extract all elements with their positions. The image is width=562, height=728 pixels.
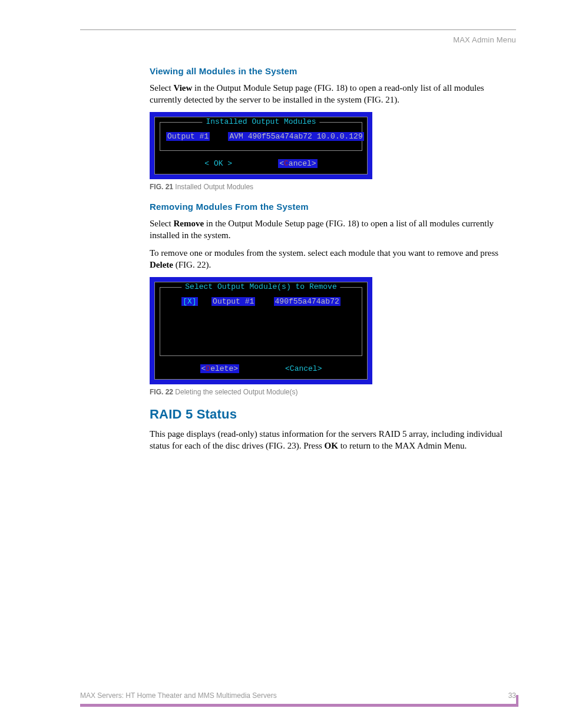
text: in the Output Module Setup page (FIG. 18… xyxy=(150,83,484,104)
heading-raid-5-status: RAID 5 Status xyxy=(150,407,515,422)
text-bold: OK xyxy=(325,441,338,450)
paragraph: This page displays (read-only) status in… xyxy=(150,428,515,452)
text: to return to the MAX Admin Menu. xyxy=(338,441,467,450)
text: elete> xyxy=(210,364,238,373)
dialog-buttons: <Delete> <Cancel> xyxy=(155,361,367,379)
dialog-title: Installed Output Modules xyxy=(202,117,319,126)
figure-22-terminal: Select Output Module(s) to Remove [X] Ou… xyxy=(150,277,372,384)
spacer xyxy=(244,364,280,373)
heading-view-all: Viewing all Modules in the System xyxy=(150,66,515,76)
spacer xyxy=(202,297,207,306)
text: (FIG. 22). xyxy=(173,260,211,269)
module-row: Output #1 AVM 490f55a474ab72 10.0.0.129 xyxy=(166,132,356,141)
module-value: AVM 490f55a474ab72 10.0.0.129 xyxy=(228,132,363,141)
text: Select xyxy=(150,219,173,228)
dialog-title: Select Output Module(s) to Remove xyxy=(181,282,340,291)
hotkey-letter: D xyxy=(206,364,210,373)
terminal-inner: Select Output Module(s) to Remove [X] Ou… xyxy=(154,282,368,380)
caption-text: Deleting the selected Output Module(s) xyxy=(173,388,297,396)
text: ancel> xyxy=(289,159,316,168)
spacer xyxy=(214,132,224,141)
figure-21-terminal: Installed Output Modules Output #1 AVM 4… xyxy=(150,112,372,179)
paragraph: Select Remove in the Output Module Setup… xyxy=(150,218,515,242)
terminal-inner: Installed Output Modules Output #1 AVM 4… xyxy=(154,117,368,174)
text: Select xyxy=(150,83,173,93)
footer-rule xyxy=(80,704,516,707)
figure-21-caption: FIG. 21 Installed Output Modules xyxy=(150,183,515,191)
ok-button[interactable]: < OK > xyxy=(204,159,232,168)
text: To remove one or modules from the system… xyxy=(150,248,498,258)
footer-accent xyxy=(516,695,518,707)
checkbox-mark[interactable]: [X] xyxy=(181,297,197,306)
document-page: MAX Admin Menu Viewing all Modules in th… xyxy=(0,0,562,728)
text-bold: View xyxy=(173,83,192,93)
spacer xyxy=(237,159,273,168)
header-section-title: MAX Admin Menu xyxy=(453,35,516,44)
footer-title: MAX Servers: HT Home Theater and MMS Mul… xyxy=(80,691,277,700)
cancel-button[interactable]: <Cancel> xyxy=(285,364,322,373)
caption-text: Installed Output Modules xyxy=(173,183,253,191)
dialog-buttons: < OK > <Cancel> xyxy=(155,156,367,174)
heading-removing: Removing Modules From the System xyxy=(150,202,515,212)
module-label: Output #1 xyxy=(166,132,210,141)
dialog-select-modules-remove: Select Output Module(s) to Remove [X] Ou… xyxy=(160,287,362,356)
page-content: Viewing all Modules in the System Select… xyxy=(150,66,515,457)
caption-label: FIG. 21 xyxy=(150,183,173,191)
cancel-button[interactable]: <Cancel> xyxy=(278,159,317,168)
spacer xyxy=(260,297,269,306)
page-number: 33 xyxy=(508,691,516,700)
header-rule xyxy=(80,29,516,30)
module-label: Output #1 xyxy=(211,297,255,306)
text-bold: Remove xyxy=(173,219,204,228)
dialog-installed-output-modules: Installed Output Modules Output #1 AVM 4… xyxy=(160,122,362,151)
figure-22-caption: FIG. 22 Deleting the selected Output Mod… xyxy=(150,388,515,396)
text: < xyxy=(279,159,284,168)
delete-button[interactable]: <Delete> xyxy=(200,364,239,373)
caption-label: FIG. 22 xyxy=(150,388,173,396)
module-row: [X] Output #1 490f55a474ab72 xyxy=(166,297,356,306)
paragraph: Select View in the Output Module Setup p… xyxy=(150,82,515,106)
hotkey-letter: C xyxy=(284,159,289,168)
paragraph: To remove one or modules from the system… xyxy=(150,247,515,271)
text-bold: Delete xyxy=(150,260,173,269)
module-value: 490f55a474ab72 xyxy=(274,297,340,306)
